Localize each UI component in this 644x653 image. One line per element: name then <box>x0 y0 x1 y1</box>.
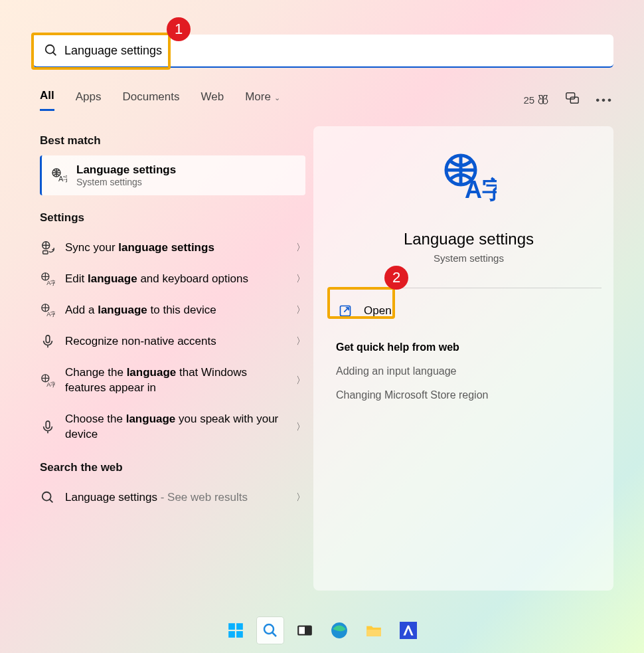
svg-rect-14 <box>46 335 50 343</box>
taskbar-explorer[interactable] <box>361 617 387 644</box>
preview-title: Language settings <box>336 230 602 248</box>
svg-point-18 <box>42 492 51 501</box>
search-panel: 1 All Apps Documents Web More ⌄ 25 ••• B… <box>9 8 635 608</box>
best-match-result[interactable]: A字 Language settings System settings <box>40 155 305 195</box>
settings-result-text: Add a language to this device <box>65 303 287 318</box>
tab-apps[interactable]: Apps <box>76 90 102 110</box>
settings-result-text: Recognize non-native accents <box>65 334 287 349</box>
chevron-right-icon: 〉 <box>296 304 305 316</box>
divider <box>336 288 602 288</box>
settings-result[interactable]: A字Add a language to this device〉 <box>40 295 305 326</box>
search-icon <box>40 490 56 505</box>
svg-rect-26 <box>236 631 243 638</box>
svg-rect-33 <box>400 622 417 639</box>
mic-icon <box>40 334 56 349</box>
chevron-down-icon: ⌄ <box>272 94 280 102</box>
search-box[interactable] <box>33 35 613 68</box>
annotation-badge-2: 2 <box>384 266 408 290</box>
settings-result-text: Choose the language you speak with your … <box>65 412 287 442</box>
tab-web[interactable]: Web <box>201 90 224 110</box>
more-options-button[interactable]: ••• <box>596 94 613 107</box>
settings-result[interactable]: Recognize non-native accents〉 <box>40 326 305 357</box>
svg-line-1 <box>53 52 56 56</box>
svg-rect-9 <box>43 251 48 254</box>
chevron-right-icon: 〉 <box>296 335 305 347</box>
svg-rect-24 <box>236 623 243 630</box>
chat-icon[interactable] <box>565 91 580 109</box>
help-link-store-region[interactable]: Changing Microsoft Store region <box>336 389 602 401</box>
chevron-right-icon: 〉 <box>296 273 305 285</box>
taskbar-search[interactable] <box>257 617 283 644</box>
taskbar-start[interactable] <box>222 617 249 644</box>
svg-rect-30 <box>299 627 305 634</box>
language-icon-large: A字 <box>336 153 602 211</box>
results-column: Best match A字 Language settings System s… <box>40 134 305 513</box>
chevron-right-icon: 〉 <box>296 242 305 254</box>
open-external-icon <box>339 304 352 318</box>
svg-line-28 <box>272 632 276 636</box>
tab-more[interactable]: More ⌄ <box>245 90 280 110</box>
chevron-right-icon: 〉 <box>296 375 305 387</box>
tab-all[interactable]: All <box>40 89 54 111</box>
best-match-heading: Best match <box>40 134 305 147</box>
svg-point-0 <box>46 45 54 54</box>
search-icon <box>44 43 58 58</box>
svg-rect-23 <box>228 623 235 630</box>
svg-text:A字: A字 <box>465 176 497 203</box>
settings-result-text: Edit language and keyboard options <box>65 272 287 287</box>
chevron-right-icon: 〉 <box>296 421 305 433</box>
taskbar-edge[interactable] <box>326 617 353 644</box>
svg-rect-25 <box>228 631 235 638</box>
settings-result[interactable]: Sync your language settings〉 <box>40 233 305 264</box>
svg-text:A字: A字 <box>46 280 55 287</box>
taskbar-taskview[interactable] <box>291 617 318 644</box>
annotation-badge-1: 1 <box>167 17 191 41</box>
language-icon: A字 <box>51 167 67 183</box>
best-match-title: Language settings <box>76 163 176 177</box>
search-web-heading: Search the web <box>40 461 305 474</box>
search-input[interactable] <box>64 44 613 58</box>
taskbar <box>0 614 644 646</box>
settings-heading: Settings <box>40 211 305 225</box>
settings-result-text: Sync your language settings <box>65 240 287 256</box>
medal-icon <box>537 94 549 106</box>
svg-text:A字: A字 <box>46 381 55 388</box>
svg-line-19 <box>50 500 53 503</box>
web-result[interactable]: Language settings - See web results 〉 <box>40 482 305 513</box>
settings-result[interactable]: A字Edit language and keyboard options〉 <box>40 264 305 295</box>
taskbar-app[interactable] <box>395 617 422 644</box>
quick-help-heading: Get quick help from web <box>336 341 602 353</box>
preview-subtitle: System settings <box>336 252 602 264</box>
preview-pane: A字 Language settings System settings Ope… <box>313 126 613 591</box>
svg-text:A字: A字 <box>58 175 67 183</box>
svg-point-27 <box>264 624 274 634</box>
help-link-input-language[interactable]: Adding an input language <box>336 365 602 377</box>
rewards-points[interactable]: 25 <box>523 94 549 106</box>
best-match-subtitle: System settings <box>76 177 176 187</box>
chevron-right-icon: 〉 <box>296 492 305 504</box>
filter-tabs: All Apps Documents Web More ⌄ 25 ••• <box>40 89 613 111</box>
svg-rect-17 <box>46 420 50 428</box>
sync-icon <box>40 240 56 255</box>
globe-lang-icon: A字 <box>40 373 56 388</box>
svg-text:A字: A字 <box>46 312 55 318</box>
globe-lang-icon: A字 <box>40 303 56 318</box>
svg-rect-32 <box>366 630 381 636</box>
tab-documents[interactable]: Documents <box>122 90 179 110</box>
settings-result[interactable]: Choose the language you speak with your … <box>40 404 305 450</box>
settings-result-text: Change the language that Windows feature… <box>65 365 287 396</box>
globe-lang-icon: A字 <box>40 272 56 286</box>
settings-result[interactable]: A字Change the language that Windows featu… <box>40 357 305 404</box>
mic-icon <box>40 420 56 434</box>
open-button[interactable]: Open <box>336 299 602 323</box>
